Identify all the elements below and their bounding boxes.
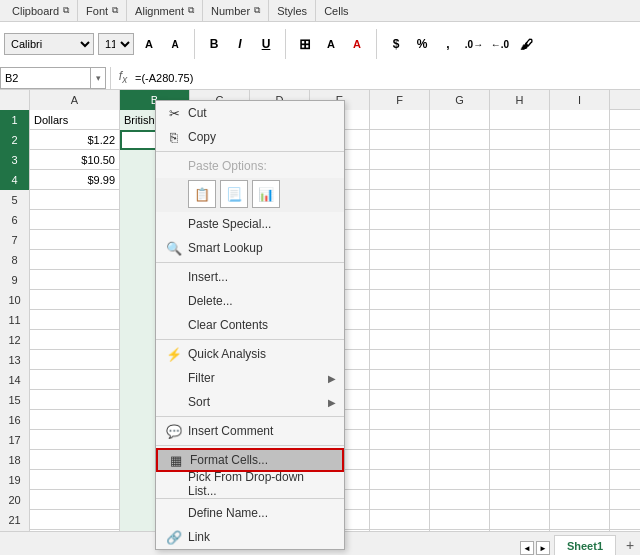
cell-13-A[interactable] [30,350,120,370]
row-header-2[interactable]: 2 [0,130,30,150]
row-header-11[interactable]: 11 [0,310,30,330]
row-header-10[interactable]: 10 [0,290,30,310]
decrease-decimal-button[interactable]: ←.0 [489,33,511,55]
col-header-h[interactable]: H [490,90,550,110]
cell-14-F[interactable] [370,370,430,390]
col-header-f[interactable]: F [370,90,430,110]
menu-item-sort[interactable]: Sort▶ [156,390,344,414]
cell-2-G[interactable] [430,130,490,150]
cell-1-F[interactable] [370,110,430,130]
cell-4-F[interactable] [370,170,430,190]
cell-2-F[interactable] [370,130,430,150]
col-header-i[interactable]: I [550,90,610,110]
cell-10-A[interactable] [30,290,120,310]
cell-5-A[interactable] [30,190,120,210]
row-header-12[interactable]: 12 [0,330,30,350]
row-header-14[interactable]: 14 [0,370,30,390]
row-header-19[interactable]: 19 [0,470,30,490]
cell-20-F[interactable] [370,490,430,510]
percent-button[interactable]: % [411,33,433,55]
cell-18-H[interactable] [490,450,550,470]
formula-input[interactable] [131,67,640,89]
row-header-6[interactable]: 6 [0,210,30,230]
cell-16-I[interactable] [550,410,610,430]
border-button[interactable]: ⊞ [294,33,316,55]
menu-item-pick_dropdown[interactable]: Pick From Drop-down List... [156,472,344,496]
cell-4-H[interactable] [490,170,550,190]
row-header-20[interactable]: 20 [0,490,30,510]
bold-button[interactable]: B [203,33,225,55]
cell-6-H[interactable] [490,210,550,230]
cell-11-F[interactable] [370,310,430,330]
cell-19-G[interactable] [430,470,490,490]
cell-20-H[interactable] [490,490,550,510]
paste-option-btn-1[interactable]: 📃 [220,180,248,208]
cell-9-G[interactable] [430,270,490,290]
col-header-g[interactable]: G [430,90,490,110]
cell-12-H[interactable] [490,330,550,350]
cell-3-F[interactable] [370,150,430,170]
menu-item-cut[interactable]: ✂Cut [156,101,344,125]
cell-12-F[interactable] [370,330,430,350]
cell-20-A[interactable] [30,490,120,510]
row-header-5[interactable]: 5 [0,190,30,210]
scroll-right-arrow[interactable]: ► [536,541,550,555]
cell-5-H[interactable] [490,190,550,210]
cell-19-F[interactable] [370,470,430,490]
cell-8-A[interactable] [30,250,120,270]
cell-21-F[interactable] [370,510,430,530]
cell-4-I[interactable] [550,170,610,190]
cell-15-H[interactable] [490,390,550,410]
cell-2-I[interactable] [550,130,610,150]
menu-item-define_name[interactable]: Define Name... [156,501,344,525]
col-header-a[interactable]: A [30,90,120,110]
font-name-select[interactable]: Calibri [4,33,94,55]
cell-6-A[interactable] [30,210,120,230]
menu-item-copy[interactable]: ⎘Copy [156,125,344,149]
cell-6-F[interactable] [370,210,430,230]
menu-item-quick_analysis[interactable]: ⚡Quick Analysis [156,342,344,366]
cell-17-A[interactable] [30,430,120,450]
cell-17-F[interactable] [370,430,430,450]
cell-19-A[interactable] [30,470,120,490]
cell-13-H[interactable] [490,350,550,370]
cell-8-F[interactable] [370,250,430,270]
cell-13-I[interactable] [550,350,610,370]
cell-16-H[interactable] [490,410,550,430]
cell-10-H[interactable] [490,290,550,310]
cell-17-I[interactable] [550,430,610,450]
cell-9-A[interactable] [30,270,120,290]
cell-6-I[interactable] [550,210,610,230]
cell-2-H[interactable] [490,130,550,150]
menu-item-insert_comment[interactable]: 💬Insert Comment [156,419,344,443]
menu-item-insert[interactable]: Insert... [156,265,344,289]
cell-5-I[interactable] [550,190,610,210]
cell-7-H[interactable] [490,230,550,250]
cell-3-I[interactable] [550,150,610,170]
cell-16-A[interactable] [30,410,120,430]
cell-17-H[interactable] [490,430,550,450]
format-button[interactable]: 🖌 [515,33,537,55]
cell-6-G[interactable] [430,210,490,230]
cell-18-G[interactable] [430,450,490,470]
name-box-dropdown[interactable]: ▾ [90,67,106,89]
cell-15-G[interactable] [430,390,490,410]
cell-18-A[interactable] [30,450,120,470]
sheet-tab-1[interactable]: Sheet1 [554,535,616,555]
menu-item-filter[interactable]: Filter▶ [156,366,344,390]
cell-19-H[interactable] [490,470,550,490]
row-header-18[interactable]: 18 [0,450,30,470]
cell-3-H[interactable] [490,150,550,170]
row-header-9[interactable]: 9 [0,270,30,290]
cell-3-A[interactable]: $10.50 [30,150,120,170]
menu-item-delete[interactable]: Delete... [156,289,344,313]
increase-decimal-button[interactable]: .0→ [463,33,485,55]
cell-15-F[interactable] [370,390,430,410]
cell-1-I[interactable] [550,110,610,130]
italic-button[interactable]: I [229,33,251,55]
row-header-21[interactable]: 21 [0,510,30,530]
cell-21-H[interactable] [490,510,550,530]
row-header-16[interactable]: 16 [0,410,30,430]
comma-button[interactable]: , [437,33,459,55]
cell-13-G[interactable] [430,350,490,370]
